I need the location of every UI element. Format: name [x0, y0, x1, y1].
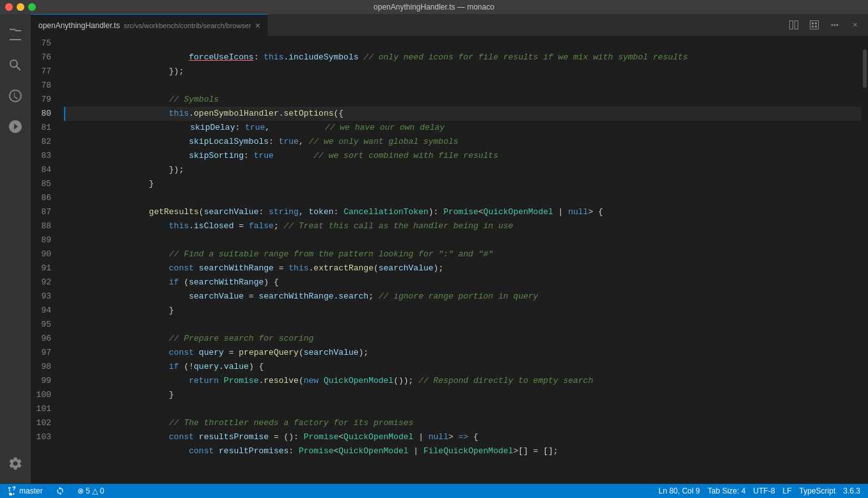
vertical-scrollbar[interactable] — [862, 36, 868, 484]
activity-explorer[interactable] — [0, 19, 31, 50]
tab-close-button[interactable]: × — [255, 21, 260, 30]
language: TypeScript — [800, 486, 836, 495]
activity-search[interactable] — [0, 50, 31, 81]
tab-size: Tab Size: 4 — [707, 486, 745, 495]
status-sync[interactable] — [53, 484, 67, 498]
tab-bar: openAnythingHandler.ts src/vs/workbench/… — [31, 14, 868, 36]
line-num-91: 91 — [31, 261, 58, 276]
code-line-75: forceUseIcons: this.includeSymbols // on… — [64, 36, 862, 51]
code-line-89: // Find a suitable range from the patter… — [64, 233, 862, 247]
line-ending: LF — [783, 486, 792, 495]
code-line-100 — [64, 388, 862, 402]
debug-icon — [8, 119, 23, 134]
line-num-102: 102 — [31, 416, 58, 430]
code-line-94 — [64, 304, 862, 318]
line-num-92: 92 — [31, 276, 58, 290]
git-icon — [8, 88, 23, 104]
line-num-85: 85 — [31, 177, 58, 191]
line-num-100: 100 — [31, 388, 58, 402]
code-line-85 — [64, 177, 862, 191]
branch-name: master — [19, 486, 43, 495]
status-branch[interactable]: master — [5, 484, 45, 498]
code-line-86: getResults(searchValue: string, token: C… — [64, 191, 862, 205]
active-tab[interactable]: openAnythingHandler.ts src/vs/workbench/… — [31, 14, 269, 36]
tab-actions: × — [781, 14, 868, 36]
title-bar: openAnythingHandler.ts — monaco — [0, 0, 868, 14]
close-editor-button[interactable]: × — [846, 16, 864, 34]
code-lines: forceUseIcons: this.includeSymbols // on… — [64, 36, 862, 484]
line-num-96: 96 — [31, 332, 58, 346]
line-num-99: 99 — [31, 374, 58, 388]
code-editor[interactable]: 75 76 77 78 79 80 81 82 83 84 85 86 87 8… — [31, 36, 868, 484]
line-num-77: 77 — [31, 65, 58, 79]
line-num-98: 98 — [31, 360, 58, 374]
line-num-78: 78 — [31, 79, 58, 93]
settings-icon — [8, 456, 23, 471]
line-num-101: 101 — [31, 402, 58, 416]
window-controls — [5, 3, 36, 11]
version: 3.6.3 — [843, 486, 860, 495]
line-num-81: 81 — [31, 121, 58, 135]
window-title: openAnythingHandler.ts — monaco — [374, 3, 494, 12]
encoding: UTF-8 — [754, 486, 775, 495]
line-num-76: 76 — [31, 51, 58, 65]
error-count: ⊗ 5 △ 0 — [77, 486, 104, 495]
close-button[interactable] — [5, 3, 13, 11]
status-version[interactable]: 3.6.3 — [840, 486, 863, 495]
activity-debug[interactable] — [0, 111, 31, 142]
editor-area: openAnythingHandler.ts src/vs/workbench/… — [31, 14, 868, 484]
cursor-position: Ln 80, Col 9 — [658, 486, 700, 495]
line-num-86: 86 — [31, 191, 58, 205]
code-line-78: // Symbols — [64, 79, 862, 93]
scrollbar-thumb[interactable] — [863, 49, 867, 88]
line-num-82: 82 — [31, 135, 58, 149]
status-lineending[interactable]: LF — [780, 486, 794, 495]
line-num-95: 95 — [31, 318, 58, 332]
line-num-88: 88 — [31, 219, 58, 233]
status-right: Ln 80, Col 9 Tab Size: 4 UTF-8 LF TypeSc… — [656, 486, 863, 495]
line-num-97: 97 — [31, 346, 58, 360]
code-content[interactable]: forceUseIcons: this.includeSymbols // on… — [64, 36, 862, 484]
status-language[interactable]: TypeScript — [797, 486, 839, 495]
line-num-94: 94 — [31, 304, 58, 318]
status-errors[interactable]: ⊗ 5 △ 0 — [75, 484, 107, 498]
line-num-89: 89 — [31, 233, 58, 247]
tab-filename: openAnythingHandler.ts — [38, 21, 120, 30]
line-num-84: 84 — [31, 163, 58, 177]
search-icon — [8, 58, 23, 73]
line-num-80: 80 — [31, 107, 58, 121]
git-branch-icon — [8, 486, 17, 495]
activity-bar — [0, 14, 31, 484]
code-line-95: // Prepare search for scoring — [64, 318, 862, 332]
line-numbers: 75 76 77 78 79 80 81 82 83 84 85 86 87 8… — [31, 36, 64, 484]
line-num-79: 79 — [31, 93, 58, 107]
activity-settings[interactable] — [0, 448, 31, 479]
minimize-button[interactable] — [17, 3, 24, 11]
main-layout: openAnythingHandler.ts src/vs/workbench/… — [0, 14, 868, 484]
sync-icon — [56, 486, 65, 495]
layout-button[interactable] — [805, 16, 823, 34]
line-num-83: 83 — [31, 149, 58, 163]
line-num-87: 87 — [31, 205, 58, 219]
maximize-button[interactable] — [28, 3, 36, 11]
status-encoding[interactable]: UTF-8 — [751, 486, 778, 495]
tab-path: src/vs/workbench/contrib/search/browser — [123, 22, 251, 29]
files-icon — [8, 27, 23, 42]
more-actions-button[interactable] — [826, 16, 844, 34]
code-line-101: // The throttler needs a factory for its… — [64, 402, 862, 416]
activity-git[interactable] — [0, 81, 31, 111]
line-num-103: 103 — [31, 430, 58, 444]
status-bar: master ⊗ 5 △ 0 Ln 80, Col 9 Tab Size: 4 … — [0, 484, 868, 498]
status-position[interactable]: Ln 80, Col 9 — [656, 486, 702, 495]
line-num-90: 90 — [31, 247, 58, 261]
line-num-75: 75 — [31, 36, 58, 51]
split-editor-button[interactable] — [785, 16, 803, 34]
status-tabsize[interactable]: Tab Size: 4 — [705, 486, 748, 495]
line-num-93: 93 — [31, 290, 58, 304]
